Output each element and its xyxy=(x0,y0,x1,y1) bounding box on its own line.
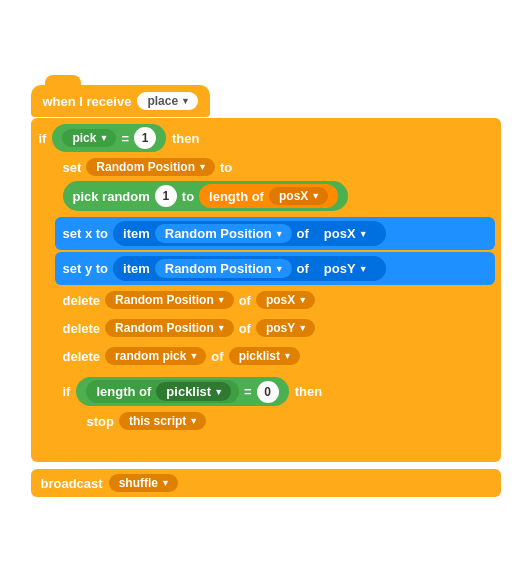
if1-pick-dropdown[interactable]: pick ▼ xyxy=(62,129,116,147)
if1-block: if pick ▼ = 1 then set xyxy=(31,118,501,462)
set-y-block: set y to item Random Position ▼ of posY … xyxy=(55,252,495,285)
script-stack: when I receive place ▼ if pick ▼ = 1 xyxy=(31,85,501,497)
hat-event-dropdown[interactable]: place ▼ xyxy=(137,92,198,110)
set-x-keyword: set x to xyxy=(63,226,109,241)
if2-list-dropdown[interactable]: picklist ▼ xyxy=(156,382,231,401)
pick-random-from[interactable]: 1 xyxy=(155,185,177,207)
if2-keyword: if xyxy=(63,384,71,399)
if1-bottom-cap xyxy=(37,448,495,458)
hat-when-label: when I receive xyxy=(43,94,132,109)
delete2-keyword: delete xyxy=(63,321,101,336)
scratch-script-container: when I receive place ▼ if pick ▼ = 1 xyxy=(21,75,511,507)
set-x-list-dropdown[interactable]: posX ▼ xyxy=(314,224,376,243)
set-random-position-block: set Random Position ▼ to pick random 1 t… xyxy=(55,154,495,215)
if2-bottom-cap xyxy=(61,434,325,444)
stop-option-dropdown[interactable]: this script ▼ xyxy=(119,412,206,430)
delete1-keyword: delete xyxy=(63,293,101,308)
if2-body: stop this script ▼ xyxy=(79,408,325,434)
broadcast-block: broadcast shuffle ▼ xyxy=(31,469,501,497)
if2-block: if length of picklist ▼ = xyxy=(55,371,331,448)
broadcast-keyword: broadcast xyxy=(41,476,103,491)
set-x-block: set x to item Random Position ▼ of posX … xyxy=(55,217,495,250)
if1-header: if pick ▼ = 1 then xyxy=(37,122,495,154)
if2-length-block: length of picklist ▼ xyxy=(86,380,239,403)
set-variable-dropdown[interactable]: Random Position ▼ xyxy=(86,158,215,176)
set-to-label: to xyxy=(220,160,232,175)
delete3-list-dropdown[interactable]: picklist ▼ xyxy=(229,347,300,365)
item-randpos-posy-block: item Random Position ▼ of posY ▼ xyxy=(113,256,386,281)
if1-condition: pick ▼ = 1 xyxy=(52,124,166,152)
delete1-list-dropdown[interactable]: posX ▼ xyxy=(256,291,315,309)
set-keyword: set xyxy=(63,160,82,175)
item-randpos-posx-block: item Random Position ▼ of posX ▼ xyxy=(113,221,386,246)
set-y-var-dropdown[interactable]: Random Position ▼ xyxy=(155,259,292,278)
hat-block: when I receive place ▼ xyxy=(31,85,211,117)
delete2-var-dropdown[interactable]: Random Position ▼ xyxy=(105,319,234,337)
delete1-var-dropdown[interactable]: Random Position ▼ xyxy=(105,291,234,309)
set-x-var-dropdown[interactable]: Random Position ▼ xyxy=(155,224,292,243)
if1-value[interactable]: 1 xyxy=(134,127,156,149)
stop-keyword: stop xyxy=(87,414,114,429)
set-y-keyword: set y to xyxy=(63,261,109,276)
if1-keyword: if xyxy=(39,131,47,146)
delete2-list-dropdown[interactable]: posY ▼ xyxy=(256,319,315,337)
delete2-block: delete Random Position ▼ of posY ▼ xyxy=(55,315,495,341)
if2-value[interactable]: 0 xyxy=(257,381,279,403)
delete3-var-dropdown[interactable]: random pick ▼ xyxy=(105,347,206,365)
set-y-list-dropdown[interactable]: posY ▼ xyxy=(314,259,376,278)
length-of-block: length of posX ▼ xyxy=(199,184,338,208)
length-of-list-dropdown[interactable]: posX ▼ xyxy=(269,187,328,205)
stop-block: stop this script ▼ xyxy=(79,408,325,434)
if1-then: then xyxy=(172,131,199,146)
if1-body: set Random Position ▼ to pick random 1 t… xyxy=(55,154,495,448)
pick-random-block: pick random 1 to length of posX ▼ xyxy=(63,181,349,211)
if2-then: then xyxy=(295,384,322,399)
delete3-keyword: delete xyxy=(63,349,101,364)
if2-header: if length of picklist ▼ = xyxy=(61,375,325,408)
broadcast-message-dropdown[interactable]: shuffle ▼ xyxy=(109,474,178,492)
delete3-block: delete random pick ▼ of picklist ▼ xyxy=(55,343,495,369)
if2-condition: length of picklist ▼ = 0 xyxy=(76,377,288,406)
delete1-block: delete Random Position ▼ of posX ▼ xyxy=(55,287,495,313)
